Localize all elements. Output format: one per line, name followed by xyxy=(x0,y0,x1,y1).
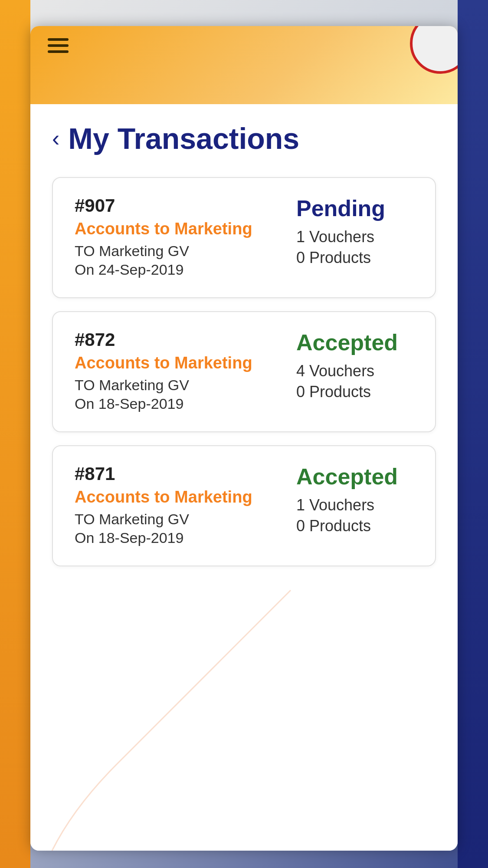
status-badge-1: Pending xyxy=(296,195,413,221)
transaction-id-3: #871 xyxy=(75,464,283,484)
left-strip xyxy=(0,0,30,868)
transaction-type-1: Accounts to Marketing xyxy=(75,220,283,238)
transaction-type-3: Accounts to Marketing xyxy=(75,488,283,506)
page-title-section: ‹ My Transactions xyxy=(30,104,458,168)
transaction-to-1: TO Marketing GV xyxy=(75,243,283,260)
vouchers-3: 1 Vouchers xyxy=(296,496,413,514)
card-right-2: Accepted 4 Vouchers 0 Products xyxy=(283,329,413,404)
back-button[interactable]: ‹ xyxy=(52,127,59,150)
card-left-2: #872 Accounts to Marketing TO Marketing … xyxy=(75,329,283,414)
hamburger-line-3 xyxy=(48,50,69,53)
transaction-on-1: On 24-Sep-2019 xyxy=(75,261,283,278)
status-badge-3: Accepted xyxy=(296,464,413,490)
content-area: #907 Accounts to Marketing TO Marketing … xyxy=(30,168,458,851)
transaction-on-2: On 18-Sep-2019 xyxy=(75,395,283,412)
card-right-3: Accepted 1 Vouchers 0 Products xyxy=(283,464,413,538)
transaction-card-1[interactable]: #907 Accounts to Marketing TO Marketing … xyxy=(52,177,436,298)
products-1: 0 Products xyxy=(296,249,413,267)
app-container: ‹ My Transactions #907 Accounts to Marke… xyxy=(30,26,458,851)
page-title: My Transactions xyxy=(68,122,299,155)
decorative-curve xyxy=(30,547,458,851)
profile-avatar[interactable] xyxy=(410,26,458,74)
transaction-on-3: On 18-Sep-2019 xyxy=(75,529,283,546)
card-left-3: #871 Accounts to Marketing TO Marketing … xyxy=(75,464,283,548)
status-badge-2: Accepted xyxy=(296,329,413,355)
vouchers-2: 4 Vouchers xyxy=(296,362,413,380)
products-2: 0 Products xyxy=(296,383,413,401)
card-left-1: #907 Accounts to Marketing TO Marketing … xyxy=(75,195,283,280)
transaction-id-2: #872 xyxy=(75,329,283,350)
header xyxy=(30,26,458,104)
hamburger-button[interactable] xyxy=(48,38,69,53)
transaction-type-2: Accounts to Marketing xyxy=(75,354,283,372)
transaction-id-1: #907 xyxy=(75,195,283,216)
products-3: 0 Products xyxy=(296,517,413,535)
vouchers-1: 1 Vouchers xyxy=(296,228,413,246)
hamburger-line-1 xyxy=(48,38,69,41)
transaction-card-3[interactable]: #871 Accounts to Marketing TO Marketing … xyxy=(52,445,436,566)
hamburger-line-2 xyxy=(48,44,69,47)
transaction-card-2[interactable]: #872 Accounts to Marketing TO Marketing … xyxy=(52,311,436,432)
right-strip xyxy=(458,0,488,868)
transaction-to-2: TO Marketing GV xyxy=(75,377,283,394)
transaction-to-3: TO Marketing GV xyxy=(75,511,283,528)
card-right-1: Pending 1 Vouchers 0 Products xyxy=(283,195,413,270)
